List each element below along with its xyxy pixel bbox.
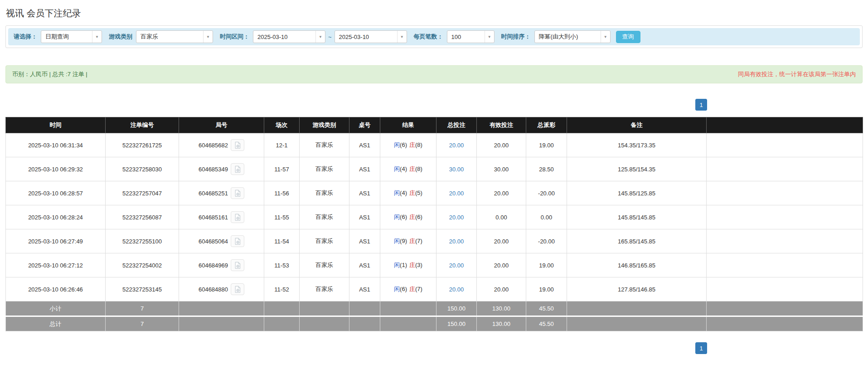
- cell-valid-bet: 20.00: [477, 277, 526, 301]
- column-header-filler: [707, 117, 863, 133]
- page-title: 视讯 会员下注纪录: [0, 0, 868, 19]
- cell-balance: 145.85/125.85: [567, 181, 707, 205]
- page-size-value: 100: [447, 31, 485, 43]
- cell-balance: 125.85/154.35: [567, 157, 707, 181]
- result-player-score: (1): [400, 262, 407, 268]
- cell-payout: -20.00: [526, 229, 567, 253]
- query-type-label: 请选择：: [14, 33, 37, 41]
- cell-session: 11-55: [264, 205, 300, 229]
- video-record-button[interactable]: [231, 163, 244, 175]
- date-from-value: 2025-03-10: [253, 31, 315, 43]
- total-bet-link[interactable]: 20.00: [449, 214, 464, 221]
- search-button[interactable]: 查询: [616, 31, 640, 43]
- cell-session: 11-57: [264, 157, 300, 181]
- cell-round-id: 604684969: [179, 253, 264, 277]
- table-row: 2025-03-10 06:27:49522327255100604685064…: [6, 229, 863, 253]
- result-banker-score: (7): [415, 238, 422, 244]
- cell-valid-bet: 20.00: [477, 181, 526, 205]
- cell-bet-id: 522327256087: [106, 205, 179, 229]
- video-record-button[interactable]: [231, 187, 244, 199]
- chevron-down-icon: ▼: [203, 31, 213, 43]
- game-type-select[interactable]: 百家乐 ▼: [136, 30, 213, 43]
- total-bet-link[interactable]: 20.00: [449, 286, 464, 293]
- page-size-label: 每页笔数：: [414, 33, 443, 41]
- column-header: 场次: [264, 117, 300, 133]
- cell-table-no: AS1: [349, 253, 380, 277]
- footer-total-bet: 150.00: [436, 301, 477, 316]
- query-type-group: 请选择： 日期查询 ▼: [14, 30, 102, 43]
- film-document-icon: [234, 141, 241, 149]
- cell-total-bet: 30.00: [436, 157, 477, 181]
- result-player-label: 闲: [394, 262, 400, 268]
- film-document-icon: [234, 286, 241, 293]
- page-size-select[interactable]: 100 ▼: [447, 30, 495, 43]
- cell-result: 闲(6)庄(7): [380, 277, 436, 301]
- result-banker-score: (5): [415, 189, 422, 196]
- video-record-button[interactable]: [231, 211, 244, 223]
- cell-total-bet: 20.00: [436, 229, 477, 253]
- cell-filler: [707, 133, 863, 157]
- date-from-select[interactable]: 2025-03-10 ▼: [253, 30, 325, 43]
- result-player-score: (4): [400, 189, 407, 196]
- cell-bet-id: 522327253145: [106, 277, 179, 301]
- pagination-top: 1: [5, 99, 707, 111]
- video-record-button[interactable]: [231, 235, 244, 247]
- round-id-value: 604685251: [199, 190, 228, 197]
- video-record-button[interactable]: [231, 139, 244, 151]
- date-range-separator: ~: [328, 34, 332, 40]
- column-header: 有效投注: [477, 117, 526, 133]
- cell-round-id: 604685682: [179, 133, 264, 157]
- table-footer-row: 总计7150.00130.0045.50: [6, 316, 863, 331]
- footer-payout: 45.50: [526, 316, 567, 331]
- round-id-value: 604685682: [199, 142, 228, 149]
- cell-valid-bet: 20.00: [477, 253, 526, 277]
- cell-table-no: AS1: [349, 229, 380, 253]
- page-button[interactable]: 1: [695, 342, 707, 354]
- total-bet-link[interactable]: 20.00: [449, 142, 464, 149]
- table-row: 2025-03-10 06:28:57522327257047604685251…: [6, 181, 863, 205]
- result-player-label: 闲: [394, 238, 400, 244]
- cell-payout: 19.00: [526, 277, 567, 301]
- result-player-label: 闲: [394, 286, 400, 292]
- video-record-button[interactable]: [231, 259, 244, 271]
- footer-label: 总计: [6, 316, 106, 331]
- cell-balance: 127.85/146.85: [567, 277, 707, 301]
- cell-time: 2025-03-10 06:29:32: [6, 157, 106, 181]
- result-banker-label: 庄: [409, 189, 415, 196]
- cell-bet-id: 522327258030: [106, 157, 179, 181]
- cell-filler: [707, 277, 863, 301]
- film-document-icon: [234, 238, 241, 245]
- cell-result: 闲(9)庄(7): [380, 229, 436, 253]
- cell-time: 2025-03-10 06:28:24: [6, 205, 106, 229]
- cell-bet-id: 522327257047: [106, 181, 179, 205]
- video-record-button[interactable]: [231, 283, 244, 295]
- result-banker-score: (8): [415, 141, 422, 148]
- cell-total-bet: 20.00: [436, 181, 477, 205]
- result-banker-label: 庄: [409, 141, 415, 148]
- page-button[interactable]: 1: [695, 99, 707, 111]
- total-bet-link[interactable]: 20.00: [449, 262, 464, 269]
- total-bet-link[interactable]: 20.00: [449, 238, 464, 245]
- game-type-value: 百家乐: [136, 31, 203, 43]
- cell-game-type: 百家乐: [300, 181, 349, 205]
- result-banker-label: 庄: [409, 165, 415, 172]
- total-bet-link[interactable]: 20.00: [449, 190, 464, 197]
- query-type-select[interactable]: 日期查询 ▼: [41, 30, 102, 43]
- cell-payout: -20.00: [526, 181, 567, 205]
- cell-table-no: AS1: [349, 181, 380, 205]
- result-player-score: (6): [400, 286, 407, 292]
- footer-empty: [264, 301, 300, 316]
- cell-result: 闲(6)庄(6): [380, 205, 436, 229]
- cell-balance: 145.85/145.85: [567, 205, 707, 229]
- result-banker-label: 庄: [409, 214, 415, 220]
- result-banker-label: 庄: [409, 262, 415, 268]
- sort-order-select[interactable]: 降冪(由大到小) ▼: [534, 30, 611, 43]
- cell-valid-bet: 30.00: [477, 157, 526, 181]
- result-player-label: 闲: [394, 141, 400, 148]
- total-bet-link[interactable]: 30.00: [449, 166, 464, 173]
- sort-order-value: 降冪(由大到小): [535, 31, 601, 43]
- film-document-icon: [234, 189, 241, 197]
- footer-total-bet: 150.00: [436, 316, 477, 331]
- date-to-select[interactable]: 2025-03-10 ▼: [335, 30, 407, 43]
- game-type-group: 游戏类别 百家乐 ▼: [109, 30, 213, 43]
